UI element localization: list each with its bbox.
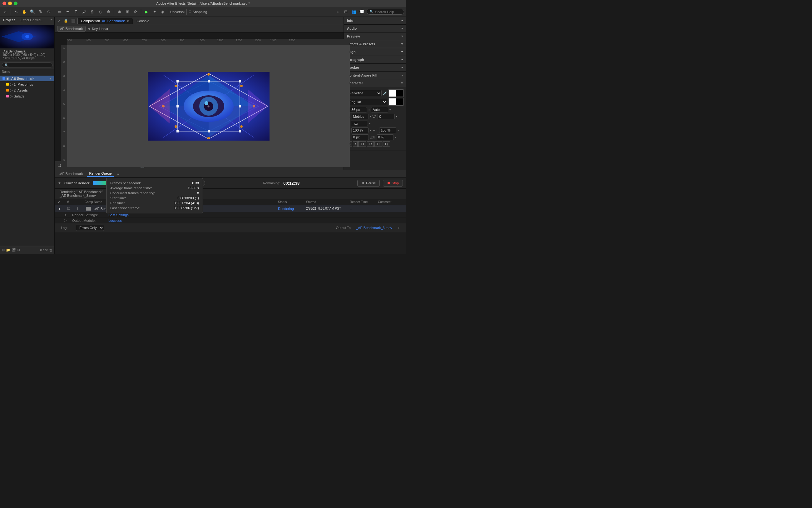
text-tool[interactable]: T [73,8,79,15]
settings-icon[interactable]: ⚙ [127,19,130,23]
tracking-input[interactable] [352,114,369,119]
log-dropdown[interactable]: Errors Only [76,225,104,231]
align-header[interactable]: Align ▾ [344,48,406,56]
style-dropdown[interactable]: Regular [346,99,387,105]
fill-color-swatch-2[interactable] [389,98,396,105]
small-caps-button[interactable]: Tt [367,141,374,147]
home-button[interactable]: ⌂ [2,8,9,15]
rq-menu-icon[interactable]: ≡ [116,172,121,176]
output-to-value[interactable]: _AE Benchmark_3.mov [356,226,392,229]
search-box[interactable]: 🔍 [367,9,404,15]
tab-composition[interactable]: Composition AE Benchmark ⚙ [78,18,133,24]
more-options[interactable]: » [334,8,341,15]
project-tab[interactable]: Project [0,17,18,25]
character-header[interactable]: Character ≡ [344,79,406,87]
eyedropper-icon[interactable]: 💉 [383,91,387,95]
render-queue-tab[interactable]: Render Queue [87,171,114,177]
puppet-tool[interactable]: ※ [105,8,112,15]
solo-button[interactable]: ◈ [159,8,166,15]
brush-tool[interactable]: 🖌 [81,8,87,15]
hand-tool[interactable]: ✋ [21,8,28,15]
collab-btn[interactable]: 👥 [350,8,357,15]
maximize-button[interactable] [14,2,17,5]
zoom-tool[interactable]: 🔍 [29,8,36,15]
kerning-input[interactable] [377,114,395,119]
tree-item-ae-benchmark[interactable]: ▣ .AE Benchmark ▼ [0,76,54,81]
separator [54,9,54,15]
leading-input[interactable] [371,107,388,113]
footage-icon[interactable]: 🎬 [11,248,16,252]
clone-tool[interactable]: ⎘ [89,8,96,15]
font-dropdown[interactable]: Helvetica [346,90,381,96]
new-composition-icon[interactable]: ⊞ [2,248,5,252]
add-keyframe-button[interactable]: ✦ [151,8,158,15]
lock-icon[interactable]: 🔒 [62,19,69,23]
output-module-value[interactable]: Lossless [108,219,122,222]
content-aware-fill-header[interactable]: Content-Aware Fill ▾ [344,72,406,79]
trash-icon[interactable]: 🗑 [49,248,52,252]
output-module-expand[interactable]: ▷ [64,218,70,222]
camera-orbit-tool[interactable]: ⊙ [45,8,52,15]
chevron-down-icon[interactable]: ▼ [58,181,61,185]
select-tool[interactable]: ↖ [13,8,20,15]
effects-presets-header[interactable]: Effects & Presets ▾ [344,40,406,48]
effect-controls-tab[interactable]: Effect Controls (none) [18,17,48,25]
rectangle-tool[interactable]: ▭ [56,8,63,15]
motion-path[interactable]: ⟳ [132,8,139,15]
pen-tool[interactable]: ✒ [64,8,71,15]
info-header[interactable]: Info ▾ [344,17,406,25]
add-output-icon[interactable]: + [398,226,400,229]
audio-header[interactable]: Audio ▾ [344,25,406,32]
font-size-input[interactable] [350,107,367,113]
row-check[interactable]: ☑ [67,207,74,211]
pause-button[interactable]: ⏸ Pause [357,180,380,186]
baseline-input[interactable] [352,134,369,140]
comp-breadcrumb[interactable]: AE Benchmark [57,26,86,32]
speech-btn[interactable]: 💬 [359,8,365,15]
folder-icon[interactable]: 📁 [6,248,10,252]
subscript-button[interactable]: T↓ [382,141,390,147]
settings-icon[interactable]: ⚙ [17,248,20,252]
play-button[interactable]: ▶ [143,8,150,15]
render-settings-value[interactable]: Best Settings [108,213,129,217]
project-search-input[interactable] [2,62,52,68]
stop-label: Stop [392,181,399,185]
minimize-button[interactable] [8,2,12,5]
superscript-button[interactable]: T↑ [374,141,382,147]
close-icon[interactable]: ✕ [56,19,62,23]
composition-canvas[interactable]: 300 400 500 600 700 800 900 1000 1100 12… [61,39,350,167]
extension-btn[interactable]: ⊞ [342,8,349,15]
tree-item-salads[interactable]: ▷ Salads [0,93,54,99]
stroke-color-swatch[interactable] [396,89,404,97]
tree-item-assets[interactable]: ▷ 2. Assets [0,87,54,93]
snapping-checkbox[interactable]: ☐ [189,10,191,13]
panel-menu-icon[interactable]: ≡ [49,17,54,25]
tab-console[interactable]: Console [134,18,152,24]
tracker-header[interactable]: Tracker ▾ [344,64,406,71]
char-menu-icon[interactable]: ≡ [401,81,403,85]
fill-color-swatch[interactable] [389,89,396,97]
key-linear-item[interactable]: Key Linear [92,27,108,31]
ae-benchmark-tab[interactable]: .AE Benchmark [57,171,85,176]
italic-button[interactable]: I [353,141,358,147]
align-anchor[interactable]: ⊕ [116,8,123,15]
start-time-row: Start time: 0:00:00:00 (1) [110,196,199,201]
tsume-input[interactable] [377,134,394,140]
tree-item-precomps[interactable]: ▷ 1. Precomps [0,81,54,87]
distribute[interactable]: ⊞ [124,8,131,15]
stroke-width-input[interactable] [351,121,368,126]
close-button[interactable] [2,2,6,5]
row-expand-icon[interactable]: ▼ [58,207,64,211]
paragraph-header[interactable]: Paragraph ▾ [344,56,406,64]
preview-header[interactable]: Preview ▾ [344,33,406,40]
rotate-tool[interactable]: ↻ [37,8,44,15]
eraser-tool[interactable]: ◇ [97,8,104,15]
caps-button[interactable]: TT [358,141,366,147]
search-input[interactable] [375,10,403,14]
horiz-scale-input[interactable] [379,127,396,133]
stroke-color-swatch-2[interactable] [396,98,404,105]
render-settings-expand[interactable]: ▷ [64,213,70,217]
vert-scale-input[interactable] [351,127,368,133]
stop-button[interactable]: ⏹ Stop [383,180,403,186]
baseline-row: A↕ △% ▾ [346,134,404,140]
